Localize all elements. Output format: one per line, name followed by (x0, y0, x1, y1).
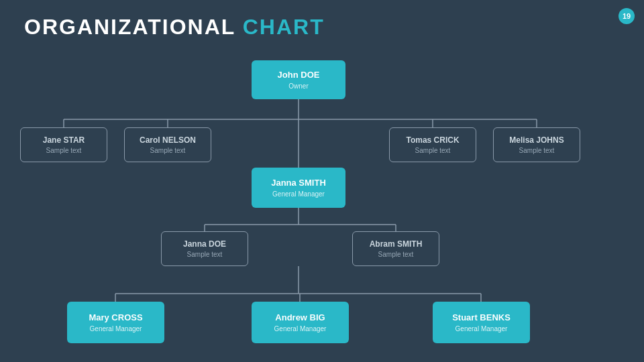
title-part1: ORGANIZATIONAL (24, 15, 243, 39)
carol-nelson-name: Carol NELSON (140, 135, 196, 146)
node-abram-smith: Abram SMITH Sample text (352, 231, 439, 266)
carol-nelson-title: Sample text (150, 147, 186, 154)
mary-cross-name: Mary CROSS (89, 312, 142, 324)
stuart-benks-title: General Manager (455, 325, 508, 333)
stuart-benks-name: Stuart BENKS (452, 312, 511, 324)
page-number: 19 (619, 8, 635, 24)
janna-doe-name: Janna DOE (183, 239, 226, 250)
abram-smith-name: Abram SMITH (370, 239, 423, 250)
node-jane-star: Jane STAR Sample text (20, 127, 107, 162)
node-janna-smith: Janna SMITH General Manager (252, 168, 345, 208)
jane-star-name: Jane STAR (43, 135, 85, 146)
andrew-big-name: Andrew BIG (275, 312, 325, 324)
node-carol-nelson: Carol NELSON Sample text (124, 127, 211, 162)
janna-doe-title: Sample text (187, 251, 223, 258)
tomas-crick-title: Sample text (415, 147, 451, 154)
node-stuart-benks: Stuart BENKS General Manager (433, 302, 530, 343)
janna-smith-name: Janna SMITH (271, 178, 326, 189)
abram-smith-title: Sample text (378, 251, 414, 258)
node-andrew-big: Andrew BIG General Manager (252, 302, 349, 343)
org-chart: John DOE Owner Jane STAR Sample text Car… (0, 54, 644, 362)
jane-star-title: Sample text (46, 147, 82, 154)
melisa-johns-title: Sample text (519, 147, 555, 154)
john-doe-name: John DOE (278, 70, 320, 81)
mary-cross-title: General Manager (90, 325, 142, 333)
andrew-big-title: General Manager (274, 325, 327, 333)
title-part2: CHART (243, 15, 325, 39)
node-john-doe: John DOE Owner (252, 60, 345, 99)
node-tomas-crick: Tomas CRICK Sample text (389, 127, 476, 162)
node-mary-cross: Mary CROSS General Manager (67, 302, 164, 343)
melisa-johns-name: Melisa JOHNS (509, 135, 564, 146)
tomas-crick-name: Tomas CRICK (406, 135, 459, 146)
john-doe-title: Owner (288, 82, 308, 90)
janna-smith-title: General Manager (272, 190, 325, 198)
node-melisa-johns: Melisa JOHNS Sample text (493, 127, 580, 162)
node-janna-doe: Janna DOE Sample text (161, 231, 248, 266)
